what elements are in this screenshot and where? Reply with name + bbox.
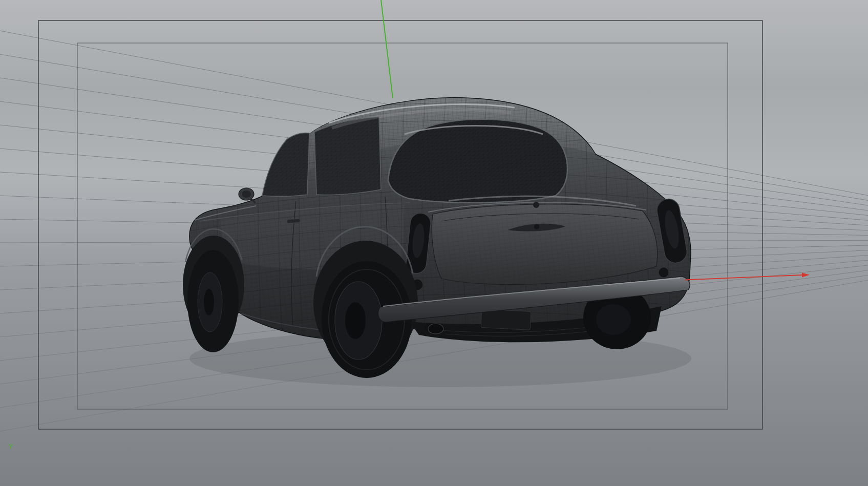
rear-fascia-mesh bbox=[432, 204, 657, 285]
viewport-canvas bbox=[0, 0, 868, 486]
reflector-right bbox=[659, 267, 669, 278]
door-handle bbox=[287, 219, 300, 223]
y-axis-label: Y bbox=[9, 442, 13, 450]
side-window-door-mesh bbox=[314, 117, 381, 195]
3d-viewport[interactable]: Y bbox=[0, 0, 868, 486]
license-plate-recess bbox=[481, 309, 531, 330]
